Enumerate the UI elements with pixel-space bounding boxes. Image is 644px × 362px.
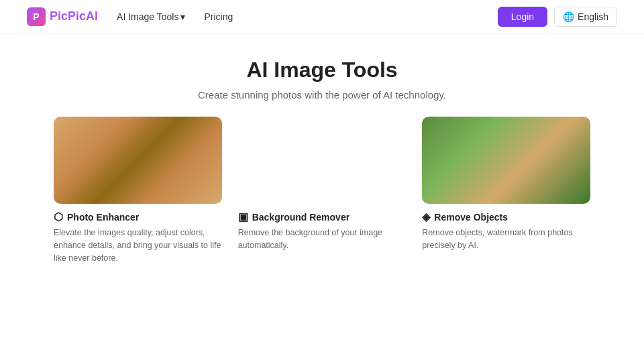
hero-section: AI Image Tools Create stunning photos wi… bbox=[0, 34, 644, 117]
card-desc-background-remover: Remove the background of your image auto… bbox=[238, 227, 407, 252]
card-title-background-remover: ▣ Background Remover bbox=[238, 210, 407, 223]
tool-card-background-remover[interactable]: ▣ Background Remover Remove the backgrou… bbox=[238, 117, 407, 264]
language-button[interactable]: 🌐 English bbox=[554, 7, 617, 27]
tool-card-photo-enhancer[interactable]: ⬡ Photo Enhancer Elevate the images qual… bbox=[54, 117, 222, 264]
tool-card-hairstyles-women[interactable]: 🔥 HairStyles For Women Try new hairstyle… bbox=[54, 280, 222, 362]
nav-right: Login 🌐 English bbox=[498, 7, 617, 27]
logo[interactable]: P PicPicAI bbox=[27, 7, 98, 26]
nav-left: P PicPicAI AI Image Tools ▾ Pricing bbox=[27, 7, 233, 26]
card-image-hairstyles-women bbox=[54, 280, 222, 362]
tool-card-hairstyles-girls[interactable]: 🔥 HairStyles For Girls Try new hairstyle… bbox=[422, 280, 590, 362]
card-image-hairstyles-men bbox=[238, 280, 407, 362]
nav-pricing[interactable]: Pricing bbox=[204, 11, 233, 22]
logo-text: PicPicAI bbox=[50, 9, 98, 23]
card-image-remove-objects bbox=[422, 117, 590, 204]
navbar: P PicPicAI AI Image Tools ▾ Pricing Logi… bbox=[0, 0, 644, 34]
card-desc-photo-enhancer: Elevate the images quality, adjust color… bbox=[54, 227, 222, 264]
card-image-background-remover bbox=[238, 117, 407, 204]
tool-card-remove-objects[interactable]: ◈ Remove Objects Remove objects, waterma… bbox=[422, 117, 590, 264]
card-icon-background-remover: ▣ bbox=[238, 210, 248, 223]
page-title: AI Image Tools bbox=[13, 58, 631, 82]
card-icon-remove-objects: ◈ bbox=[422, 210, 430, 223]
card-title-photo-enhancer: ⬡ Photo Enhancer bbox=[54, 210, 222, 223]
nav-ai-image-tools[interactable]: AI Image Tools ▾ bbox=[117, 11, 185, 22]
logo-icon: P bbox=[27, 7, 46, 26]
globe-icon: 🌐 bbox=[563, 11, 574, 22]
card-icon-photo-enhancer: ⬡ bbox=[54, 210, 63, 223]
login-button[interactable]: Login bbox=[498, 7, 547, 27]
card-title-remove-objects: ◈ Remove Objects bbox=[422, 210, 590, 223]
card-title-text-background-remover: Background Remover bbox=[252, 212, 350, 223]
card-image-photo-enhancer bbox=[54, 117, 222, 204]
tool-card-hairstyles-men[interactable]: ☯ Hairstyles For Men Try the best hairst… bbox=[238, 280, 407, 362]
page-subtitle: Create stunning photos with the power of… bbox=[13, 89, 631, 101]
card-title-text-remove-objects: Remove Objects bbox=[434, 212, 508, 223]
card-desc-remove-objects: Remove objects, watermark from photos pr… bbox=[422, 227, 590, 252]
tools-grid: ⬡ Photo Enhancer Elevate the images qual… bbox=[0, 117, 644, 362]
card-title-text-photo-enhancer: Photo Enhancer bbox=[67, 212, 139, 223]
card-image-hairstyles-girls bbox=[422, 280, 590, 362]
